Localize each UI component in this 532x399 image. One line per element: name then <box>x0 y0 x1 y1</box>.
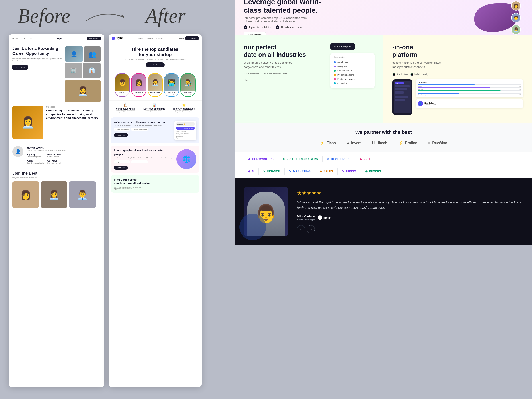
after-brand-name: Hyre <box>116 36 123 40</box>
candidate-card-4: 👨‍💻 ANNA DEAN Backend Engineer <box>164 73 179 97</box>
before-how-avatar: 👤 <box>13 146 24 157</box>
tag-label-devops: DEVOPS <box>369 170 381 173</box>
stat-icon-1: 📋 <box>116 103 136 107</box>
leverage-title: Leverage global world-class talented peo… <box>114 149 174 156</box>
arrow-container <box>83 8 132 26</box>
chat-user-2: Mike Wilson <box>176 135 195 137</box>
before-img-3: 🏢 <box>65 63 82 78</box>
leverage-cta[interactable]: Start for free <box>114 166 128 170</box>
before-brand: Hyre <box>57 37 62 40</box>
psc-fill-pm <box>418 93 459 94</box>
before-hero-images: 👤 👥 🏢 👔 👩‍💼 <box>65 46 101 102</box>
devwise-icon: ≡ <box>428 141 431 146</box>
leverage-text: Leverage global world-class talented peo… <box>114 149 174 170</box>
partners-title: We partner with the best <box>244 129 523 135</box>
before-img-row-1: 👤 👥 <box>65 46 101 62</box>
testimonial-author-role: Project Manager <box>297 218 315 221</box>
proline-icon: ⚡ <box>398 140 403 146</box>
before-nav-jobs[interactable]: Jobs <box>28 38 32 40</box>
tag-developers: ✳ DEVELOPERS <box>323 156 355 163</box>
dot-finance <box>334 70 336 72</box>
step-signup: Sign Up Create your profile <box>27 153 46 158</box>
tag-devops: ◆ DEVOPS <box>361 168 386 175</box>
after-nav-cta[interactable]: Get started <box>185 36 199 40</box>
tag-icon-hiring: ✳ <box>342 170 344 173</box>
hero-banner-title: Leverage global world-class talented peo… <box>244 0 450 14</box>
before-hero-cta[interactable]: Get Started <box>13 65 28 70</box>
categories-container: Submit job post Categories Developers De… <box>330 44 375 88</box>
before-nav: Home Team Jobs Hyre Get Started <box>9 34 104 43</box>
tag-marketing: ✳ MARKETING <box>285 168 315 175</box>
platform-feature-badges: 📱 Application 📲 Mobile friendly <box>392 73 523 76</box>
invert-company-name: Invert <box>323 216 331 219</box>
psc-fill-dev <box>418 90 500 91</box>
candidate-card-5: 👨‍🎨 MIKE ONEAL Product Designer <box>180 73 196 97</box>
after-nav-features[interactable]: Features <box>146 37 153 39</box>
before-img-4: 👔 <box>83 63 101 78</box>
before-nav-team[interactable]: Team <box>20 38 25 40</box>
before-how: 👤 How It Works Follow these simple steps… <box>9 143 104 168</box>
before-vision-content: Our Vision Connecting top talent with le… <box>46 106 101 139</box>
partner-devwise-name: DevWise <box>432 141 447 145</box>
after-nav-usecases[interactable]: Use-cases <box>155 37 163 39</box>
partners-logos: ⚡ Flash ● Invert H Hitech ⚡ Proline ≡ De… <box>244 140 523 146</box>
join-photo-1: 👩 <box>13 181 39 208</box>
candidate-role-4: Backend Engineer <box>165 93 179 95</box>
candidate-photo-5: 👨‍🎨 <box>181 74 195 91</box>
partner-flash-name: Flash <box>327 141 336 145</box>
psc-bar-dev <box>418 90 521 91</box>
platform-screens: Performance Design55% Category70% Develo… <box>416 79 523 115</box>
always-here-section: We're always here. Employees come and go… <box>111 117 200 143</box>
before-img-2: 👥 <box>84 46 101 62</box>
testimonial-author-name: Mike Carlson <box>297 215 315 218</box>
category-label-finance: Finance experts <box>337 69 352 72</box>
dot-developers <box>334 61 336 63</box>
find-perfect-sub: The most distributed network of top desi… <box>114 186 196 190</box>
candidate-photo-4: 👨‍💻 <box>165 74 179 91</box>
before-panel: Home Team Jobs Hyre Get Started Join Us … <box>9 34 104 387</box>
candidate-role-1: Solution Designer <box>115 93 129 95</box>
before-how-content: How It Works Follow these simple steps t… <box>27 146 66 164</box>
always-here-cta[interactable]: Start for free <box>114 133 128 137</box>
hero-banner-text: Leverage global world-class talented peo… <box>244 0 450 38</box>
candidate-photo-1: 👨 <box>115 74 129 91</box>
after-label: After <box>146 4 185 27</box>
partner-hitech: H Hitech <box>372 141 387 146</box>
tag-label-pm: PROJECT MANAGERS <box>287 157 318 161</box>
step-signup-sub: Create your profile <box>27 156 46 158</box>
leverage-badge-1: ✓ Top 0.1% candiates <box>114 160 130 163</box>
globe-visual: 🌐 <box>177 149 196 169</box>
categories-header: Categories <box>334 56 371 58</box>
leverage-badge-2: ✓ Already tasted before <box>131 160 148 163</box>
after-signin[interactable]: Sign In <box>178 37 184 39</box>
after-nav-links: Pricing Features Use-cases <box>138 37 163 39</box>
before-img-row-2: 🏢 👔 <box>65 63 101 78</box>
always-badge-1: ✓ Top 0.1% candiates <box>114 128 130 131</box>
invert-company-logo: i Invert <box>318 215 331 220</box>
before-hero-sub: Discover the perfect job that matches yo… <box>13 58 63 62</box>
before-nav-cta[interactable]: Get Started <box>87 37 101 40</box>
step-apply-sub: Submit your application <box>27 162 46 164</box>
after-hero-sub: Get more sales and maximize the conversi… <box>112 58 199 60</box>
candidate-card-2: 👩 JIM CARLSON Growth Marketing <box>131 73 146 97</box>
submit-job-btn[interactable]: Submit job post <box>330 44 355 50</box>
before-join-sub: Why top candidates choose us <box>13 177 101 179</box>
before-nav-links: Home Team Jobs <box>13 38 32 40</box>
tag-icon-n: ◆ <box>248 170 250 173</box>
prev-arrow[interactable]: ← <box>297 225 305 233</box>
before-nav-home[interactable]: Home <box>13 38 18 40</box>
categories-list: Categories Developers Designers Finance … <box>330 53 375 88</box>
after-hero-cta[interactable]: Hire top talent <box>146 62 165 67</box>
tag-sales: ◆ SALES <box>315 168 338 175</box>
dot-copywriters <box>334 82 336 84</box>
testimonial-photo-container: 👨 <box>244 187 288 236</box>
tag-hiring: ✳ HIRING <box>338 168 361 175</box>
before-img-1: 👤 <box>65 46 83 62</box>
hitech-icon: H <box>372 141 375 146</box>
after-nav-pricing[interactable]: Pricing <box>138 37 143 39</box>
tag-icon-marketing: ✳ <box>289 170 291 173</box>
next-arrow[interactable]: → <box>307 225 315 233</box>
partner-flash: ⚡ Flash <box>320 140 336 146</box>
platform-screen-2: 👤 Vinay Chikuri Copywriter · 1 yr exp <box>416 99 523 108</box>
tag-icon-devops: ◆ <box>365 170 367 173</box>
